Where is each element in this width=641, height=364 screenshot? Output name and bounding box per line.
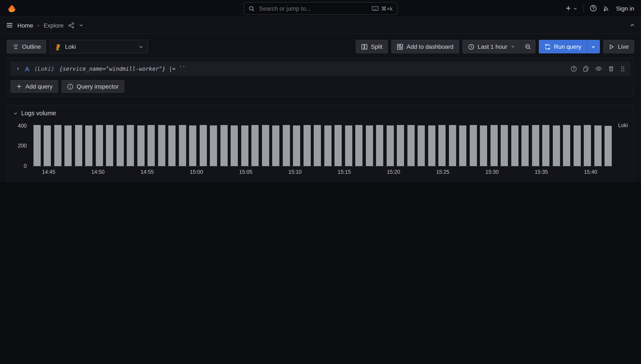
chart-bar[interactable] <box>593 124 603 166</box>
chart-bar[interactable] <box>250 124 260 166</box>
chart-bar[interactable] <box>156 124 167 166</box>
add-to-dashboard-button[interactable]: Add to dashboard <box>391 40 459 54</box>
chart-y-axis: 0200400 <box>13 124 29 166</box>
chart-bar[interactable] <box>572 124 582 166</box>
time-range-button[interactable]: Last 1 hour <box>462 40 520 54</box>
chart-bar[interactable] <box>323 124 333 166</box>
logs-volume-chart[interactable]: Loki 0200400 14:4514:5014:5515:0015:0515… <box>13 124 628 182</box>
chart-bar[interactable] <box>167 124 177 166</box>
chart-bar[interactable] <box>354 124 364 166</box>
chevron-down-icon[interactable] <box>79 23 84 28</box>
chart-bar[interactable] <box>468 124 478 166</box>
breadcrumb-home[interactable]: Home <box>17 22 33 28</box>
chart-bar[interactable] <box>499 124 510 166</box>
trash-icon[interactable] <box>608 66 614 72</box>
drag-handle-icon[interactable] <box>620 66 625 72</box>
chart-bar[interactable] <box>42 124 53 166</box>
chevron-down-icon <box>591 44 596 49</box>
run-query-button[interactable]: Run query <box>539 40 587 54</box>
chart-bar[interactable] <box>302 124 312 166</box>
collapse-chevron-up-icon[interactable] <box>629 22 635 28</box>
legend-series-name[interactable]: logs <box>24 182 34 182</box>
news-rss-icon[interactable] <box>603 5 610 12</box>
chart-bar[interactable] <box>437 124 447 166</box>
chart-bar[interactable] <box>94 124 105 166</box>
eye-icon[interactable] <box>595 65 602 72</box>
chart-bar[interactable] <box>333 124 343 166</box>
chart-bar[interactable] <box>208 124 219 166</box>
help-icon[interactable] <box>590 5 597 12</box>
chart-bar[interactable] <box>458 124 468 166</box>
global-search[interactable]: ⌘+k <box>244 2 397 15</box>
chart-bar[interactable] <box>364 124 375 166</box>
query-help-icon[interactable] <box>571 66 577 72</box>
chart-bar[interactable] <box>53 124 63 166</box>
datasource-name: Loki <box>65 43 76 50</box>
chart-bar[interactable] <box>520 124 530 166</box>
breadcrumb-explore[interactable]: Explore <box>44 22 64 28</box>
chart-bar[interactable] <box>125 124 136 166</box>
query-row[interactable]: A (Loki) {service_name="windmill-worker"… <box>11 62 630 76</box>
chart-bar[interactable] <box>219 124 229 166</box>
chevron-right-icon[interactable] <box>16 66 20 71</box>
chart-bar[interactable] <box>385 124 395 166</box>
chart-bar[interactable] <box>489 124 499 166</box>
chart-bar[interactable] <box>582 124 593 166</box>
y-axis-tick: 400 <box>18 123 27 128</box>
copy-icon[interactable] <box>583 66 589 72</box>
chart-bar[interactable] <box>198 124 208 166</box>
chart-bar[interactable] <box>281 124 291 166</box>
chart-bar[interactable] <box>84 124 94 166</box>
run-query-dropdown-button[interactable] <box>587 40 600 54</box>
info-circle-icon <box>67 83 73 90</box>
chart-bar[interactable] <box>406 124 416 166</box>
chart-bar[interactable] <box>541 124 551 166</box>
chart-bar[interactable] <box>510 124 520 166</box>
query-inspector-button[interactable]: Query inspector <box>62 80 124 93</box>
chart-bar[interactable] <box>426 124 437 166</box>
live-button[interactable]: Live <box>603 40 634 54</box>
chart-bar[interactable] <box>343 124 354 166</box>
chart-bar[interactable] <box>530 124 541 166</box>
share-icon[interactable] <box>68 22 75 28</box>
zoom-out-time-button[interactable] <box>520 40 535 54</box>
chart-bar[interactable] <box>229 124 240 166</box>
chart-bar[interactable] <box>32 124 42 166</box>
chart-bar[interactable] <box>416 124 426 166</box>
search-input[interactable] <box>258 5 368 12</box>
chart-bar[interactable] <box>188 124 198 166</box>
chart-bar[interactable] <box>375 124 385 166</box>
chart-bar[interactable] <box>291 124 302 166</box>
outline-button[interactable]: Outline <box>7 40 47 54</box>
chart-bar[interactable] <box>271 124 281 166</box>
chart-bar[interactable] <box>312 124 323 166</box>
chart-bar[interactable] <box>177 124 188 166</box>
chart-bar[interactable] <box>63 124 73 166</box>
sign-in-button[interactable]: Sign in <box>616 5 634 12</box>
chart-bar[interactable] <box>478 124 489 166</box>
new-menu-button[interactable] <box>565 5 577 12</box>
chart-bar[interactable] <box>146 124 156 166</box>
chart-bar[interactable] <box>115 124 125 166</box>
x-axis-tick: 15:40 <box>584 169 597 175</box>
menu-hamburger-icon[interactable] <box>6 22 13 29</box>
split-button[interactable]: Split <box>356 40 388 54</box>
add-query-button[interactable]: Add query <box>11 80 58 93</box>
datasource-picker[interactable]: Loki <box>50 40 148 54</box>
chart-bar[interactable] <box>240 124 250 166</box>
chart-bar[interactable] <box>447 124 458 166</box>
split-icon <box>361 44 368 50</box>
logs-volume-panel: Logs volume Loki 0200400 14:4514:5014:55… <box>7 105 634 182</box>
chart-bar[interactable] <box>73 124 84 166</box>
chart-bar[interactable] <box>136 124 146 166</box>
section-collapse-chevron-icon[interactable] <box>13 111 18 116</box>
x-axis-tick: 15:35 <box>535 169 548 175</box>
chart-bar[interactable] <box>260 124 271 166</box>
grafana-logo-icon[interactable] <box>7 4 16 13</box>
chart-bar[interactable] <box>551 124 561 166</box>
chart-bar[interactable] <box>603 124 613 166</box>
time-range-group: Last 1 hour <box>462 40 535 54</box>
chart-bar[interactable] <box>395 124 406 166</box>
chart-bar[interactable] <box>105 124 115 166</box>
chart-bar[interactable] <box>561 124 572 166</box>
